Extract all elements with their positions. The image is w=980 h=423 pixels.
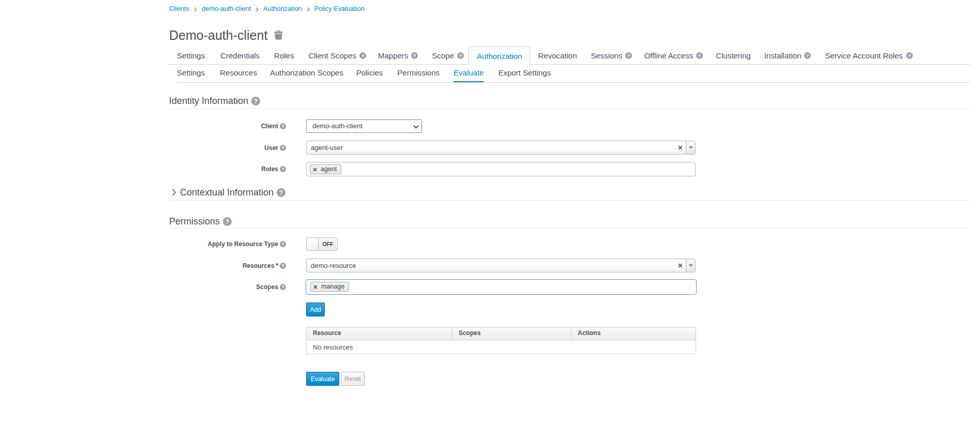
svg-text:?: ? — [225, 218, 229, 225]
svg-text:?: ? — [281, 241, 284, 247]
svg-text:?: ? — [806, 53, 809, 58]
svg-text:?: ? — [281, 145, 284, 150]
svg-text:?: ? — [413, 53, 416, 58]
svg-text:?: ? — [698, 53, 701, 58]
svg-text:?: ? — [627, 53, 630, 58]
svg-text:?: ? — [361, 53, 365, 58]
svg-text:?: ? — [281, 284, 284, 290]
svg-text:?: ? — [279, 189, 283, 196]
svg-text:?: ? — [281, 167, 284, 172]
svg-text:?: ? — [908, 53, 911, 58]
svg-text:?: ? — [281, 124, 284, 129]
svg-text:?: ? — [459, 53, 462, 58]
svg-text:?: ? — [281, 263, 284, 268]
svg-text:?: ? — [254, 97, 258, 104]
